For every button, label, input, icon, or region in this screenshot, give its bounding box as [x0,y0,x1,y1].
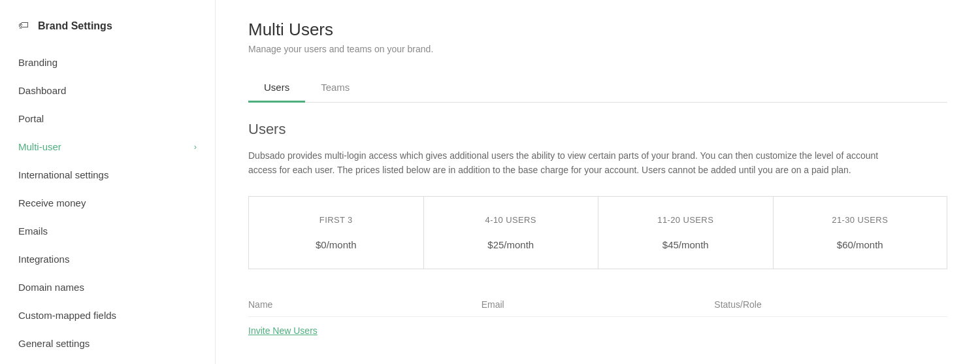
users-section: Users Dubsado provides multi-login acces… [248,121,947,337]
sidebar-item-custom-mapped-fields[interactable]: Custom-mapped fields [0,301,215,329]
table-header: Name Email Status/Role [248,293,947,317]
tab-users[interactable]: Users [248,74,305,103]
page-title: Multi Users [248,20,947,40]
sidebar-item-international-settings[interactable]: International settings [0,161,215,189]
sidebar-item-label-branding: Branding [18,57,57,68]
pricing-card-price-1: $25/month [437,239,585,250]
sidebar-item-label-integrations: Integrations [18,254,69,265]
sidebar-item-emails[interactable]: Emails [0,217,215,245]
brand-icon: 🏷 [18,20,31,33]
sidebar-item-label-general-settings: General settings [18,338,90,349]
table-header-status: Status/Role [714,299,947,310]
invite-new-users-button[interactable]: Invite New Users [248,325,318,336]
sidebar-item-label-multi-user: Multi-user [18,141,61,152]
pricing-card-3: 21-30 USERS$60/month [773,196,948,269]
tab-teams[interactable]: Teams [305,74,365,103]
brand-label: Brand Settings [38,20,112,32]
pricing-cards: FIRST 3$0/month4-10 USERS$25/month11-20 … [248,196,947,269]
section-description: Dubsado provides multi-login access whic… [248,148,902,178]
pricing-card-price-2: $45/month [612,239,760,250]
pricing-card-price-0: $0/month [262,239,410,250]
sidebar-item-integrations[interactable]: Integrations [0,245,215,273]
pricing-card-tier-3: 21-30 USERS [787,215,934,225]
page-header: Multi Users Manage your users and teams … [248,20,947,54]
pricing-card-2: 11-20 USERS$45/month [598,196,773,269]
sidebar-nav: BrandingDashboardPortalMulti-user›Intern… [0,48,215,357]
pricing-card-price-3: $60/month [787,239,934,250]
sidebar-item-portal[interactable]: Portal [0,105,215,133]
sidebar-item-branding[interactable]: Branding [0,48,215,76]
sidebar-item-label-dashboard: Dashboard [18,85,66,96]
sidebar: 🏷 Brand Settings BrandingDashboardPortal… [0,0,216,364]
sidebar-item-label-receive-money: Receive money [18,197,86,208]
pricing-card-0: FIRST 3$0/month [248,196,423,269]
pricing-card-tier-2: 11-20 USERS [612,215,760,225]
tabs: UsersTeams [248,74,947,103]
sidebar-item-label-international-settings: International settings [18,169,108,180]
sidebar-item-label-portal: Portal [18,113,44,124]
sidebar-item-dashboard[interactable]: Dashboard [0,76,215,105]
pricing-card-tier-0: FIRST 3 [262,215,410,225]
sidebar-item-domain-names[interactable]: Domain names [0,273,215,301]
table-header-email: Email [482,299,715,310]
pricing-card-tier-1: 4-10 USERS [437,215,585,225]
pricing-card-1: 4-10 USERS$25/month [423,196,598,269]
sidebar-item-general-settings[interactable]: General settings [0,329,215,357]
chevron-right-icon: › [194,142,197,152]
sidebar-item-receive-money[interactable]: Receive money [0,189,215,217]
section-title: Users [248,121,947,138]
sidebar-item-label-emails: Emails [18,225,48,237]
table-header-name: Name [248,299,482,310]
brand-header: 🏷 Brand Settings [0,13,215,48]
main-content: Multi Users Manage your users and teams … [216,0,980,364]
sidebar-item-label-custom-mapped-fields: Custom-mapped fields [18,310,116,321]
sidebar-item-multi-user[interactable]: Multi-user› [0,133,215,161]
page-subtitle: Manage your users and teams on your bran… [248,44,947,54]
sidebar-item-label-domain-names: Domain names [18,282,84,293]
